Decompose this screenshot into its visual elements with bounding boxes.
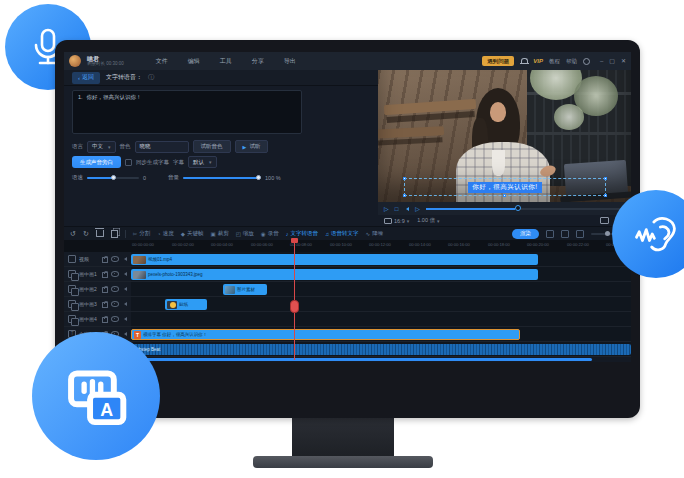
back-button[interactable]: ‹ 返回 [72, 72, 100, 84]
audition-button[interactable]: ▶ 试听 [235, 140, 269, 153]
track-row-pip3: 画中画3 贴纸 [64, 297, 631, 312]
visibility-icon[interactable] [111, 271, 119, 277]
lock-icon[interactable] [102, 287, 108, 293]
mute-icon[interactable] [122, 287, 127, 291]
stop-button[interactable]: □ [395, 206, 399, 212]
track-header-pip3[interactable]: 画中画3 [64, 297, 131, 311]
user-avatar[interactable] [69, 55, 81, 67]
visibility-icon[interactable] [111, 301, 119, 307]
track-lane[interactable]: T 横排字幕 你好，很高兴认识你！ [131, 327, 631, 341]
snap-icon[interactable] [561, 230, 569, 238]
marker-icon[interactable] [546, 230, 554, 238]
script-textarea[interactable]: 1. 你好，很高兴认识你！ [72, 90, 302, 134]
rate-label: 语速 [72, 174, 83, 181]
track-header-video[interactable]: 视频 [64, 252, 131, 266]
tool-split[interactable]: ✂分割 [133, 230, 151, 237]
next-frame-button[interactable]: ▷ [415, 206, 420, 212]
track-header-pip1[interactable]: 画中画1 [64, 267, 131, 281]
play-button[interactable]: ▷ [384, 206, 389, 212]
lock-icon[interactable] [102, 317, 108, 323]
snapshot-icon[interactable] [600, 217, 609, 224]
menu-share[interactable]: 分享 [252, 57, 264, 66]
clip-pip1[interactable]: pexels-photo-1903343.jpeg [131, 269, 538, 280]
visibility-icon[interactable] [111, 316, 119, 322]
clip-thumbnail [167, 301, 177, 309]
back-arrow-icon: ‹ [78, 75, 80, 81]
lock-icon[interactable] [102, 257, 108, 263]
clip-pip2[interactable]: 图片素材 [223, 284, 267, 295]
track-header-pip2[interactable]: 画中画2 [64, 282, 131, 296]
generate-voice-button[interactable]: 生成声音旁白 [72, 156, 121, 168]
mute-icon[interactable] [122, 332, 127, 336]
feedback-button[interactable]: 遇到问题 [482, 56, 514, 66]
track-lane[interactable]: Dubstep Beat [131, 342, 631, 356]
menu-edit[interactable]: 编辑 [188, 57, 200, 66]
clip-text-subtitle[interactable]: T 横排字幕 你好，很高兴认识你！ [131, 329, 520, 340]
playhead-grip[interactable] [290, 300, 299, 313]
tool-text-to-speech[interactable]: ♪文字转语音 [286, 230, 318, 237]
subtitle-overlay[interactable]: 你好，很高兴认识你! [468, 182, 541, 193]
track-lane[interactable]: pexels-photo-1903343.jpeg [131, 267, 631, 281]
tool-zoom[interactable]: ◰缩放 [236, 230, 254, 237]
rate-slider[interactable] [87, 177, 139, 179]
window-maximize-button[interactable]: ▢ [609, 58, 615, 64]
sync-subtitle-checkbox[interactable] [125, 159, 132, 166]
tool-keyframe[interactable]: ◆关键帧 [181, 230, 204, 237]
lock-icon[interactable] [102, 272, 108, 278]
visibility-icon[interactable] [111, 256, 119, 262]
video-canvas[interactable]: 你好，很高兴认识你! [378, 70, 631, 202]
mute-icon[interactable] [122, 302, 127, 306]
menu-tools[interactable]: 工具 [220, 57, 232, 66]
undo-button[interactable]: ↺ [70, 230, 76, 237]
menu-export[interactable]: 导出 [284, 57, 296, 66]
track-lane[interactable]: 贴纸 [131, 297, 631, 311]
window-minimize-button[interactable]: – [600, 58, 603, 64]
visibility-icon[interactable] [111, 286, 119, 292]
play-icon: ▶ [243, 144, 247, 150]
redo-button[interactable]: ↻ [83, 230, 89, 237]
track-header-pip4[interactable]: 画中画4 [64, 312, 131, 326]
mute-button[interactable] [404, 207, 409, 211]
tool-denoise[interactable]: ∿降噪 [366, 230, 384, 237]
info-icon[interactable]: ⓘ [148, 73, 154, 82]
clip-audio-music[interactable]: Dubstep Beat [131, 344, 631, 355]
lock-icon[interactable] [102, 302, 108, 308]
caret-down-icon: ▾ [108, 144, 111, 150]
timeline-toolbar: ↺ ↻ ✂分割 ◔速度 ◆关键帧 ▣裁剪 ◰缩放 ◉录音 ♪文字转语音 ♫语音转… [64, 226, 631, 240]
notification-bell-icon[interactable] [520, 58, 527, 65]
link-tutorial[interactable]: 教程 [549, 58, 560, 65]
subtitle-selection-box[interactable]: 你好，很高兴认识你! [404, 178, 606, 196]
track-lane[interactable] [131, 312, 631, 326]
track-lane[interactable]: 视频01.mp4 [131, 252, 631, 266]
playback-speed-select[interactable]: 1.00 倍 ▾ [417, 217, 439, 224]
aspect-ratio-select[interactable]: 16:9 ▾ [384, 218, 409, 224]
clip-video[interactable]: 视频01.mp4 [131, 254, 538, 265]
playhead-line[interactable] [294, 238, 295, 360]
mute-icon[interactable] [122, 317, 127, 321]
tool-speech-to-text[interactable]: ♫语音转文字 [325, 230, 359, 237]
duplicate-icon[interactable] [111, 230, 118, 238]
settings-gear-icon[interactable] [583, 58, 590, 65]
tool-record[interactable]: ◉录音 [261, 230, 279, 237]
voice-input[interactable]: 晓晓 [135, 141, 189, 153]
delete-icon[interactable] [96, 230, 104, 237]
mute-icon[interactable] [122, 257, 127, 261]
track-manage-icon[interactable] [576, 230, 584, 238]
playhead-marker[interactable] [291, 238, 298, 243]
window-close-button[interactable]: ✕ [621, 58, 626, 64]
language-select[interactable]: 中文 ▾ [87, 141, 116, 153]
link-help[interactable]: 帮助 [566, 58, 577, 65]
tool-crop[interactable]: ▣裁剪 [210, 230, 228, 237]
clip-sticker[interactable]: 贴纸 [165, 299, 207, 310]
menu-file[interactable]: 文件 [156, 57, 168, 66]
vip-badge[interactable]: VIP [533, 58, 543, 64]
volume-slider[interactable] [183, 177, 261, 179]
seek-slider[interactable] [426, 208, 625, 210]
subtitle-style-select[interactable]: 默认 ▾ [188, 156, 217, 168]
horizontal-scrollbar[interactable] [131, 358, 592, 361]
tool-speed[interactable]: ◔速度 [157, 230, 173, 237]
track-lane[interactable]: 图片素材 [131, 282, 631, 296]
mute-icon[interactable] [122, 272, 127, 276]
render-button[interactable]: 渲染 [512, 229, 539, 239]
audition-voice-button[interactable]: 试听音色 [193, 140, 231, 153]
